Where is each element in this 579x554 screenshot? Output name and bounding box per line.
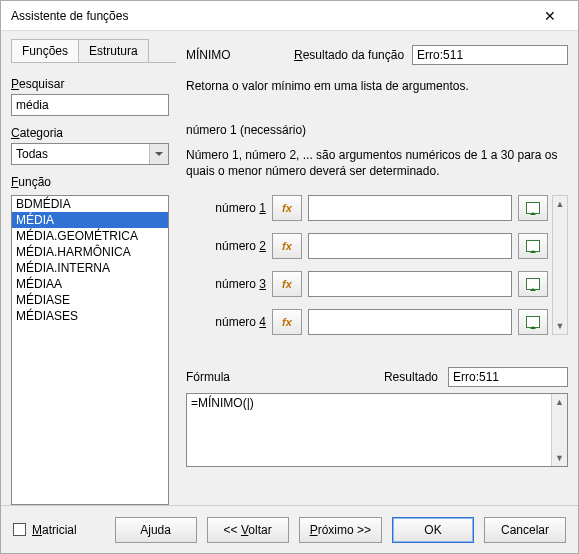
category-label: Categoria — [11, 126, 176, 140]
result-value: Erro:511 — [448, 367, 568, 387]
titlebar: Assistente de funções ✕ — [1, 1, 578, 31]
fx-icon: fx — [282, 316, 292, 328]
list-item[interactable]: BDMÉDIA — [12, 196, 168, 212]
argument-label: número 1 — [186, 201, 266, 215]
arguments-block: número 1 fx número 2 fx número 3 fx — [186, 195, 568, 347]
argument-input[interactable] — [308, 233, 512, 259]
function-label: Função — [11, 175, 176, 189]
list-item[interactable]: MÉDIASE — [12, 292, 168, 308]
fx-button[interactable]: fx — [272, 195, 302, 221]
fx-button[interactable]: fx — [272, 271, 302, 297]
formula-scrollbar[interactable]: ▲ ▼ — [551, 394, 567, 466]
scroll-down-icon[interactable]: ▼ — [552, 450, 567, 466]
argument-label: número 3 — [186, 277, 266, 291]
result-label: Resultado — [384, 370, 438, 384]
matrix-label: Matricial — [32, 523, 77, 537]
scroll-up-icon[interactable]: ▲ — [553, 196, 567, 212]
argument-row: número 3 fx — [186, 271, 548, 297]
shrink-icon — [526, 316, 540, 328]
fx-icon: fx — [282, 202, 292, 214]
current-function-name: MÍNIMO — [186, 48, 276, 62]
shrink-icon — [526, 202, 540, 214]
argument-row: número 4 fx — [186, 309, 548, 335]
fx-icon: fx — [282, 278, 292, 290]
cancel-button[interactable]: Cancelar — [484, 517, 566, 543]
function-header-row: MÍNIMO Resultado da função Erro:511 — [186, 45, 568, 65]
shrink-icon — [526, 240, 540, 252]
shrink-button[interactable] — [518, 271, 548, 297]
back-button[interactable]: << Voltar — [207, 517, 289, 543]
next-button[interactable]: Próximo >> — [299, 517, 382, 543]
argument-help: Número 1, número 2, ... são argumentos n… — [186, 147, 568, 179]
list-item[interactable]: MÉDIA.HARMÔNICA — [12, 244, 168, 260]
argument-label: número 2 — [186, 239, 266, 253]
list-item[interactable]: MÉDIAA — [12, 276, 168, 292]
argument-row: número 1 fx — [186, 195, 548, 221]
list-item[interactable]: MÉDIA.INTERNA — [12, 260, 168, 276]
shrink-icon — [526, 278, 540, 290]
list-item[interactable]: MÉDIA — [12, 212, 168, 228]
category-select[interactable] — [11, 143, 169, 165]
list-item[interactable]: MÉDIASES — [12, 308, 168, 324]
matrix-checkbox[interactable] — [13, 523, 26, 536]
arguments-rows: número 1 fx número 2 fx número 3 fx — [186, 195, 548, 347]
formula-textarea[interactable]: =MÍNIMO(|) — [186, 393, 568, 467]
matrix-checkbox-wrap[interactable]: Matricial — [13, 523, 77, 537]
function-result-label: Resultado da função — [294, 48, 404, 62]
shrink-button[interactable] — [518, 309, 548, 335]
fx-button[interactable]: fx — [272, 309, 302, 335]
argument-input[interactable] — [308, 271, 512, 297]
bottom-bar: Matricial Ajuda << Voltar Próximo >> OK … — [1, 505, 578, 553]
scroll-down-icon[interactable]: ▼ — [553, 318, 567, 334]
category-select-wrap — [11, 143, 169, 165]
argument-title: número 1 (necessário) — [186, 123, 568, 137]
content-area: Funções Estrutura Pesquisar Categoria Fu… — [1, 31, 578, 505]
function-wizard-window: Assistente de funções ✕ Funções Estrutur… — [0, 0, 579, 554]
window-title: Assistente de funções — [11, 9, 128, 23]
tab-structure[interactable]: Estrutura — [79, 39, 149, 62]
shrink-button[interactable] — [518, 233, 548, 259]
formula-label: Fórmula — [186, 370, 230, 384]
right-pane: MÍNIMO Resultado da função Erro:511 Reto… — [186, 39, 568, 505]
shrink-button[interactable] — [518, 195, 548, 221]
ok-button[interactable]: OK — [392, 517, 474, 543]
close-icon[interactable]: ✕ — [530, 8, 570, 24]
left-pane: Funções Estrutura Pesquisar Categoria Fu… — [11, 39, 176, 505]
argument-label: número 4 — [186, 315, 266, 329]
search-label: Pesquisar — [11, 77, 176, 91]
argument-input[interactable] — [308, 309, 512, 335]
caret-icon: | — [247, 396, 250, 410]
tab-functions[interactable]: Funções — [11, 39, 79, 62]
help-button[interactable]: Ajuda — [115, 517, 197, 543]
tabs: Funções Estrutura — [11, 39, 176, 62]
function-listbox[interactable]: BDMÉDIA MÉDIA MÉDIA.GEOMÉTRICA MÉDIA.HAR… — [11, 195, 169, 505]
function-description: Retorna o valor mínimo em uma lista de a… — [186, 79, 568, 95]
search-input[interactable] — [11, 94, 169, 116]
fx-button[interactable]: fx — [272, 233, 302, 259]
scroll-up-icon[interactable]: ▲ — [552, 394, 567, 410]
arguments-scrollbar[interactable]: ▲ ▼ — [552, 195, 568, 335]
list-item[interactable]: MÉDIA.GEOMÉTRICA — [12, 228, 168, 244]
fx-icon: fx — [282, 240, 292, 252]
formula-header-row: Fórmula Resultado Erro:511 — [186, 367, 568, 387]
argument-row: número 2 fx — [186, 233, 548, 259]
function-result-value: Erro:511 — [412, 45, 568, 65]
formula-area-wrap: =MÍNIMO(|) ▲ ▼ — [186, 393, 568, 467]
left-body: Pesquisar Categoria Função BDMÉDIA MÉDIA… — [11, 62, 176, 505]
argument-input[interactable] — [308, 195, 512, 221]
